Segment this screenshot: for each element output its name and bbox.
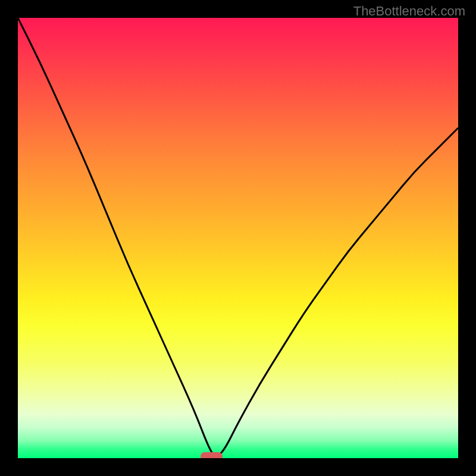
minimum-marker [201,452,223,458]
curve-svg [18,18,458,458]
watermark-text: TheBottleneck.com [353,4,465,19]
bottleneck-curve-path [18,18,458,456]
plot-area [18,18,458,458]
